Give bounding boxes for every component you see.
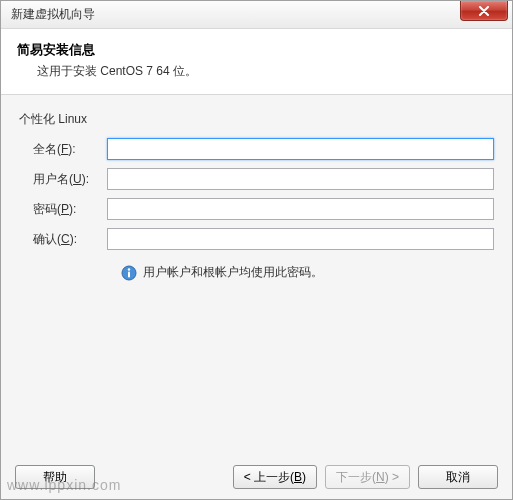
input-username[interactable]: [107, 168, 494, 190]
wizard-window: 新建虚拟机向导 简易安装信息 这用于安装 CentOS 7 64 位。 个性化 …: [0, 0, 513, 500]
header-title: 简易安装信息: [17, 41, 496, 59]
row-password: 密码(P):: [19, 198, 494, 220]
header-subtitle: 这用于安装 CentOS 7 64 位。: [37, 63, 496, 80]
label-username: 用户名(U):: [19, 171, 107, 188]
info-icon: [121, 265, 137, 281]
label-fullname: 全名(F):: [19, 141, 107, 158]
body-panel: 个性化 Linux 全名(F): 用户名(U): 密码(P): 确认(C):: [1, 95, 512, 455]
input-confirm[interactable]: [107, 228, 494, 250]
row-fullname: 全名(F):: [19, 138, 494, 160]
close-icon: [478, 6, 490, 16]
input-fullname[interactable]: [107, 138, 494, 160]
back-button[interactable]: < 上一步(B): [233, 465, 317, 489]
info-text: 用户帐户和根帐户均使用此密码。: [143, 264, 323, 281]
info-row: 用户帐户和根帐户均使用此密码。: [121, 264, 494, 281]
svg-rect-2: [128, 271, 130, 277]
row-username: 用户名(U):: [19, 168, 494, 190]
input-password[interactable]: [107, 198, 494, 220]
cancel-button[interactable]: 取消: [418, 465, 498, 489]
group-label: 个性化 Linux: [19, 111, 494, 128]
close-button[interactable]: [460, 1, 508, 21]
label-password: 密码(P):: [19, 201, 107, 218]
header-panel: 简易安装信息 这用于安装 CentOS 7 64 位。: [1, 29, 512, 95]
next-button: 下一步(N) >: [325, 465, 410, 489]
svg-point-1: [128, 268, 130, 270]
footer: 帮助 < 上一步(B) 下一步(N) > 取消: [1, 455, 512, 499]
titlebar: 新建虚拟机向导: [1, 1, 512, 29]
row-confirm: 确认(C):: [19, 228, 494, 250]
label-confirm: 确认(C):: [19, 231, 107, 248]
window-title: 新建虚拟机向导: [11, 6, 95, 23]
help-button[interactable]: 帮助: [15, 465, 95, 489]
